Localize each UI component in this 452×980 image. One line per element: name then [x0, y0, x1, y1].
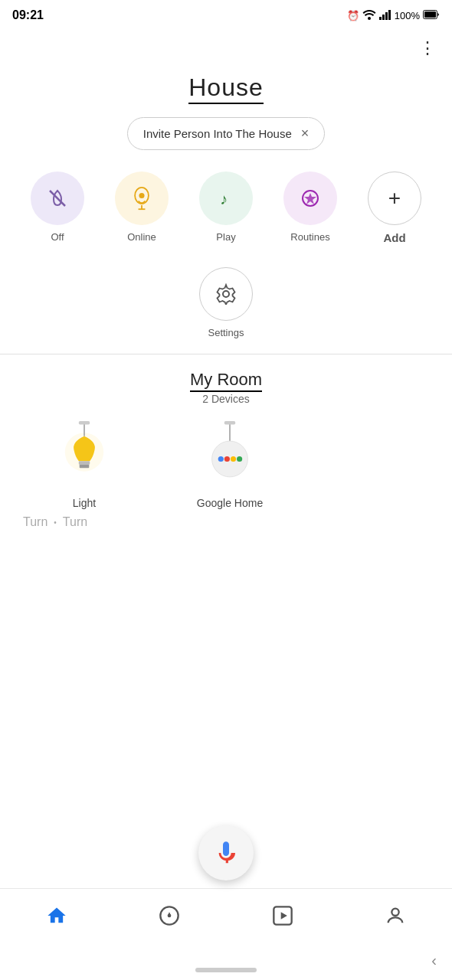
status-time: 09:21	[12, 8, 44, 22]
battery-icon	[423, 10, 440, 21]
signal-icon	[379, 9, 391, 22]
svg-marker-32	[280, 912, 287, 919]
nav-media[interactable]	[257, 899, 309, 933]
svg-rect-22	[224, 421, 235, 425]
explore-icon	[159, 905, 180, 926]
action-play-label: Play	[216, 231, 235, 243]
svg-point-30	[168, 913, 172, 917]
battery-label: 100%	[395, 10, 420, 21]
action-add-circle: +	[368, 172, 421, 225]
room-devices-count: 2 Devices	[0, 393, 452, 405]
svg-rect-20	[79, 421, 90, 425]
action-off-circle	[31, 172, 84, 225]
bottom-nav	[0, 888, 452, 942]
section-divider	[0, 354, 452, 354]
svg-rect-6	[424, 11, 436, 18]
action-online-label: Online	[127, 231, 156, 243]
action-add-label: Add	[383, 231, 405, 244]
top-menu: ⋮	[0, 31, 452, 66]
alarm-icon: ⏰	[347, 10, 359, 21]
svg-rect-18	[80, 465, 90, 469]
room-section: My Room 2 Devices	[0, 370, 452, 405]
home-indicator	[195, 968, 257, 972]
back-arrow-icon[interactable]: ‹	[431, 952, 437, 969]
action-routines-circle	[283, 172, 337, 225]
action-routines[interactable]: Routines	[280, 172, 341, 244]
room-title: My Room	[0, 370, 452, 390]
svg-point-11	[139, 193, 144, 198]
device-light-icon	[38, 417, 130, 494]
svg-line-7	[50, 191, 65, 206]
home-icon	[46, 905, 67, 926]
svg-point-26	[231, 456, 236, 462]
nav-explore[interactable]	[143, 899, 195, 933]
action-settings-label: Settings	[208, 327, 244, 338]
action-online-circle	[115, 172, 169, 225]
status-bar: 09:21 ⏰ 100%	[0, 0, 452, 31]
nav-account[interactable]	[369, 899, 421, 933]
device-light[interactable]: Light	[23, 417, 146, 509]
svg-point-0	[368, 17, 371, 20]
account-icon	[385, 905, 406, 926]
svg-rect-17	[79, 461, 90, 465]
svg-point-24	[218, 456, 224, 462]
action-online[interactable]: Online	[111, 172, 172, 244]
action-play[interactable]: ♪ Play	[195, 172, 257, 244]
svg-point-27	[237, 456, 242, 462]
turn-separator-dot: •	[54, 518, 57, 527]
turn-light-label[interactable]: Turn	[23, 515, 47, 529]
invite-chip-close-icon[interactable]: ×	[301, 126, 310, 142]
mic-icon	[214, 841, 238, 865]
device-light-name: Light	[73, 497, 96, 509]
app-title: House	[0, 74, 452, 102]
action-play-circle: ♪	[199, 172, 253, 225]
action-off-label: Off	[51, 231, 64, 243]
invite-chip[interactable]: Invite Person Into The House ×	[127, 117, 326, 150]
wifi-icon	[362, 9, 376, 22]
invite-chip-text: Invite Person Into The House	[143, 127, 292, 140]
fab-container	[198, 825, 254, 880]
svg-point-15	[223, 291, 229, 297]
svg-rect-2	[382, 15, 385, 20]
svg-rect-4	[388, 10, 391, 20]
devices-row: Light Google Home	[0, 417, 452, 509]
invite-chip-container: Invite Person Into The House ×	[0, 117, 452, 150]
svg-rect-3	[385, 12, 388, 20]
quick-actions-grid: Off Online ♪ Play	[0, 172, 452, 338]
action-routines-label: Routines	[290, 231, 329, 243]
action-settings-circle	[199, 267, 253, 321]
action-settings[interactable]: Settings	[195, 267, 257, 338]
mic-fab-button[interactable]	[198, 825, 254, 880]
status-icons: ⏰ 100%	[347, 9, 440, 22]
nav-home[interactable]	[31, 899, 83, 933]
svg-rect-1	[379, 17, 382, 20]
turn-row: Turn • Turn	[0, 515, 452, 529]
more-options-icon[interactable]: ⋮	[419, 38, 437, 58]
svg-point-25	[224, 456, 230, 462]
device-google-home[interactable]: Google Home	[169, 417, 291, 509]
svg-point-33	[392, 908, 399, 915]
media-icon	[272, 905, 293, 926]
device-google-home-icon	[184, 417, 276, 494]
svg-text:♪: ♪	[220, 191, 228, 207]
svg-marker-14	[304, 193, 316, 204]
action-add[interactable]: + Add	[364, 172, 425, 244]
device-google-home-name: Google Home	[197, 497, 263, 509]
turn-google-home-label[interactable]: Turn	[63, 515, 87, 529]
action-off[interactable]: Off	[27, 172, 88, 244]
